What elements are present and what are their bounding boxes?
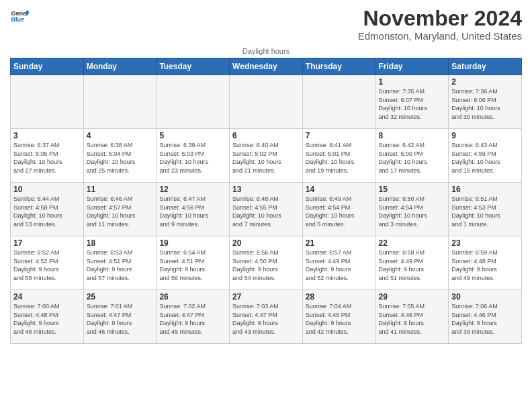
calendar-cell	[302, 75, 375, 129]
calendar-cell: 21Sunrise: 6:57 AM Sunset: 4:49 PM Dayli…	[302, 236, 375, 290]
calendar-cell: 25Sunrise: 7:01 AM Sunset: 4:47 PM Dayli…	[83, 290, 157, 344]
calendar-cell: 9Sunrise: 6:43 AM Sunset: 4:59 PM Daylig…	[449, 129, 522, 183]
day-info: Sunrise: 7:00 AM Sunset: 4:48 PM Dayligh…	[13, 302, 81, 336]
day-number: 28	[306, 292, 373, 302]
day-number: 3	[13, 131, 81, 140]
calendar-cell: 11Sunrise: 6:46 AM Sunset: 4:57 PM Dayli…	[83, 183, 157, 236]
day-number: 22	[379, 238, 446, 248]
calendar-week-0: 1Sunrise: 7:35 AM Sunset: 6:07 PM Daylig…	[11, 75, 522, 129]
day-info: Sunrise: 6:42 AM Sunset: 5:00 PM Dayligh…	[379, 141, 446, 175]
day-number: 29	[379, 292, 446, 302]
col-tuesday: Tuesday	[157, 58, 230, 75]
day-info: Sunrise: 6:58 AM Sunset: 4:49 PM Dayligh…	[379, 248, 446, 282]
calendar-cell: 2Sunrise: 7:36 AM Sunset: 6:06 PM Daylig…	[449, 75, 522, 129]
day-number: 7	[306, 131, 373, 140]
calendar-week-1: 3Sunrise: 6:37 AM Sunset: 5:05 PM Daylig…	[11, 129, 522, 183]
calendar-cell: 14Sunrise: 6:49 AM Sunset: 4:54 PM Dayli…	[302, 183, 375, 236]
day-info: Sunrise: 6:49 AM Sunset: 4:54 PM Dayligh…	[306, 195, 373, 228]
calendar-cell: 5Sunrise: 6:39 AM Sunset: 5:03 PM Daylig…	[157, 129, 230, 183]
col-saturday: Saturday	[449, 58, 522, 75]
calendar-week-3: 17Sunrise: 6:52 AM Sunset: 4:52 PM Dayli…	[11, 236, 522, 290]
day-info: Sunrise: 7:01 AM Sunset: 4:47 PM Dayligh…	[87, 302, 154, 336]
day-info: Sunrise: 7:03 AM Sunset: 4:47 PM Dayligh…	[232, 302, 300, 336]
calendar-cell: 16Sunrise: 6:51 AM Sunset: 4:53 PM Dayli…	[449, 183, 522, 236]
calendar-cell: 12Sunrise: 6:47 AM Sunset: 4:56 PM Dayli…	[157, 183, 230, 236]
calendar-cell: 3Sunrise: 6:37 AM Sunset: 5:05 PM Daylig…	[11, 129, 84, 183]
calendar-cell: 10Sunrise: 6:44 AM Sunset: 4:58 PM Dayli…	[11, 183, 84, 236]
col-wednesday: Wednesday	[230, 58, 303, 75]
day-number: 26	[159, 292, 226, 302]
day-info: Sunrise: 6:54 AM Sunset: 4:51 PM Dayligh…	[159, 248, 226, 282]
calendar-week-4: 24Sunrise: 7:00 AM Sunset: 4:48 PM Dayli…	[11, 290, 522, 344]
day-number: 17	[13, 238, 81, 248]
calendar-cell: 30Sunrise: 7:06 AM Sunset: 4:46 PM Dayli…	[449, 290, 522, 344]
day-number: 14	[306, 185, 373, 194]
day-info: Sunrise: 6:37 AM Sunset: 5:05 PM Dayligh…	[13, 141, 81, 175]
day-info: Sunrise: 6:41 AM Sunset: 5:01 PM Dayligh…	[306, 141, 373, 175]
day-number: 13	[232, 185, 300, 194]
title-block: November 2024 Edmonston, Maryland, Unite…	[358, 7, 522, 42]
calendar-week-2: 10Sunrise: 6:44 AM Sunset: 4:58 PM Dayli…	[11, 183, 522, 236]
calendar-cell: 15Sunrise: 6:50 AM Sunset: 4:54 PM Dayli…	[375, 183, 449, 236]
day-info: Sunrise: 7:05 AM Sunset: 4:46 PM Dayligh…	[379, 302, 446, 336]
calendar-cell: 17Sunrise: 6:52 AM Sunset: 4:52 PM Dayli…	[11, 236, 84, 290]
day-info: Sunrise: 6:53 AM Sunset: 4:51 PM Dayligh…	[87, 248, 154, 282]
day-number: 30	[451, 292, 519, 302]
day-number: 11	[87, 185, 154, 194]
calendar-cell: 8Sunrise: 6:42 AM Sunset: 5:00 PM Daylig…	[375, 129, 449, 183]
calendar-cell: 19Sunrise: 6:54 AM Sunset: 4:51 PM Dayli…	[157, 236, 230, 290]
calendar-cell: 24Sunrise: 7:00 AM Sunset: 4:48 PM Dayli…	[11, 290, 84, 344]
day-number: 4	[87, 131, 154, 140]
calendar-cell: 27Sunrise: 7:03 AM Sunset: 4:47 PM Dayli…	[230, 290, 303, 344]
day-number: 9	[451, 131, 519, 140]
day-info: Sunrise: 6:57 AM Sunset: 4:49 PM Dayligh…	[306, 248, 373, 282]
calendar-cell: 4Sunrise: 6:38 AM Sunset: 5:04 PM Daylig…	[83, 129, 157, 183]
day-info: Sunrise: 6:50 AM Sunset: 4:54 PM Dayligh…	[379, 195, 446, 228]
day-info: Sunrise: 6:48 AM Sunset: 4:55 PM Dayligh…	[232, 195, 300, 228]
calendar-cell: 26Sunrise: 7:02 AM Sunset: 4:47 PM Dayli…	[157, 290, 230, 344]
day-info: Sunrise: 6:52 AM Sunset: 4:52 PM Dayligh…	[13, 248, 81, 282]
calendar-table: Sunday Monday Tuesday Wednesday Thursday…	[10, 58, 522, 344]
day-number: 16	[451, 185, 519, 194]
main-title: November 2024	[358, 7, 522, 30]
day-info: Sunrise: 7:36 AM Sunset: 6:06 PM Dayligh…	[451, 87, 519, 121]
day-number: 2	[451, 77, 519, 87]
day-info: Sunrise: 6:38 AM Sunset: 5:04 PM Dayligh…	[87, 141, 154, 175]
day-number: 18	[87, 238, 154, 248]
day-info: Sunrise: 7:35 AM Sunset: 6:07 PM Dayligh…	[379, 87, 446, 121]
calendar-cell: 28Sunrise: 7:04 AM Sunset: 4:46 PM Dayli…	[302, 290, 375, 344]
logo: General Blue	[10, 7, 29, 26]
calendar-cell	[83, 75, 157, 129]
col-monday: Monday	[83, 58, 157, 75]
col-friday: Friday	[375, 58, 449, 75]
calendar-cell	[11, 75, 84, 129]
day-number: 24	[13, 292, 81, 302]
day-number: 12	[159, 185, 226, 194]
day-info: Sunrise: 7:06 AM Sunset: 4:46 PM Dayligh…	[451, 302, 519, 336]
day-info: Sunrise: 6:47 AM Sunset: 4:56 PM Dayligh…	[159, 195, 226, 228]
day-info: Sunrise: 6:40 AM Sunset: 5:02 PM Dayligh…	[232, 141, 300, 175]
day-number: 25	[87, 292, 154, 302]
day-number: 27	[232, 292, 300, 302]
day-number: 5	[159, 131, 226, 140]
page: General Blue November 2024 Edmonston, Ma…	[0, 0, 532, 411]
calendar-cell: 18Sunrise: 6:53 AM Sunset: 4:51 PM Dayli…	[83, 236, 157, 290]
calendar-cell	[230, 75, 303, 129]
day-info: Sunrise: 7:02 AM Sunset: 4:47 PM Dayligh…	[159, 302, 226, 336]
day-number: 6	[232, 131, 300, 140]
day-info: Sunrise: 7:04 AM Sunset: 4:46 PM Dayligh…	[306, 302, 373, 336]
day-info: Sunrise: 6:39 AM Sunset: 5:03 PM Dayligh…	[159, 141, 226, 175]
calendar-cell: 7Sunrise: 6:41 AM Sunset: 5:01 PM Daylig…	[302, 129, 375, 183]
day-info: Sunrise: 6:44 AM Sunset: 4:58 PM Dayligh…	[13, 195, 81, 228]
header-row: Sunday Monday Tuesday Wednesday Thursday…	[11, 58, 522, 75]
day-info: Sunrise: 6:59 AM Sunset: 4:48 PM Dayligh…	[451, 248, 519, 282]
logo-icon: General Blue	[10, 7, 29, 26]
calendar-cell: 6Sunrise: 6:40 AM Sunset: 5:02 PM Daylig…	[230, 129, 303, 183]
day-number: 23	[451, 238, 519, 248]
daylight-note: Daylight hours	[10, 47, 522, 55]
day-info: Sunrise: 6:56 AM Sunset: 4:50 PM Dayligh…	[232, 248, 300, 282]
calendar-cell	[157, 75, 230, 129]
day-info: Sunrise: 6:51 AM Sunset: 4:53 PM Dayligh…	[451, 195, 519, 228]
col-thursday: Thursday	[302, 58, 375, 75]
calendar-cell: 23Sunrise: 6:59 AM Sunset: 4:48 PM Dayli…	[449, 236, 522, 290]
